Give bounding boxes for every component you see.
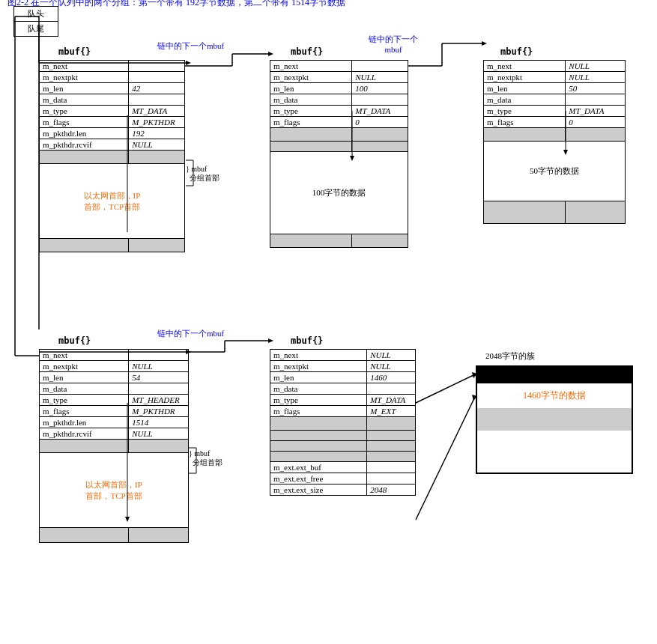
chain-label-top2: 链中的下一个mbuf — [369, 34, 418, 54]
svg-marker-2 — [186, 61, 191, 65]
brace-top1: } mbuf 分组首部 — [186, 165, 219, 183]
buffer-top — [477, 367, 632, 383]
queue-box: 队头 队尾 — [13, 6, 58, 37]
mbuf2-bottom-title: mbuf{} — [291, 335, 323, 346]
buffer-box: 1460字节的数据 — [476, 365, 633, 474]
mbuf1-bottom-table: m_next m_nextpktNULL m_len54 m_data m_ty… — [39, 349, 189, 543]
svg-marker-10 — [482, 41, 487, 46]
queue-tail: 队尾 — [14, 22, 58, 36]
chain-label-bottom: 链中的下一个mbuf — [157, 328, 224, 339]
mbuf3-top-title: mbuf{} — [500, 46, 533, 57]
mbuf2-top-table: m_next m_nextpktNULL m_len100 m_data m_t… — [270, 60, 408, 248]
chain-label-top1: 链中的下一个mbuf — [157, 40, 224, 52]
mbuf1-top-title: mbuf{} — [58, 46, 91, 57]
svg-marker-22 — [268, 338, 273, 343]
svg-line-25 — [416, 374, 475, 403]
mbuf1-bottom-title: mbuf{} — [58, 335, 91, 346]
buffer-title: 2048字节的簇 — [485, 350, 535, 362]
mbuf2-bottom-table: m_nextNULL m_nextpktNULL m_len1460 m_dat… — [270, 349, 416, 496]
buffer-data: 1460字节的数据 — [477, 383, 632, 408]
svg-line-27 — [416, 397, 475, 520]
queue-head: 队头 — [14, 7, 58, 22]
svg-marker-6 — [268, 52, 273, 56]
mbuf1-top-table: m_next m_nextpkt m_len42 m_data m_typeMT… — [39, 60, 185, 252]
figure-caption: 图2-2 在一个队列中的两个分组：第一个带有 192字节数据，第二个带有 151… — [7, 0, 345, 9]
buffer-bottom — [477, 408, 632, 431]
brace-bottom1: } mbuf 分组首部 — [189, 449, 222, 468]
mbuf2-top-title: mbuf{} — [291, 46, 323, 57]
mbuf3-top-table: m_nextNULL m_nextpktNULL m_len50 m_data … — [483, 60, 626, 224]
